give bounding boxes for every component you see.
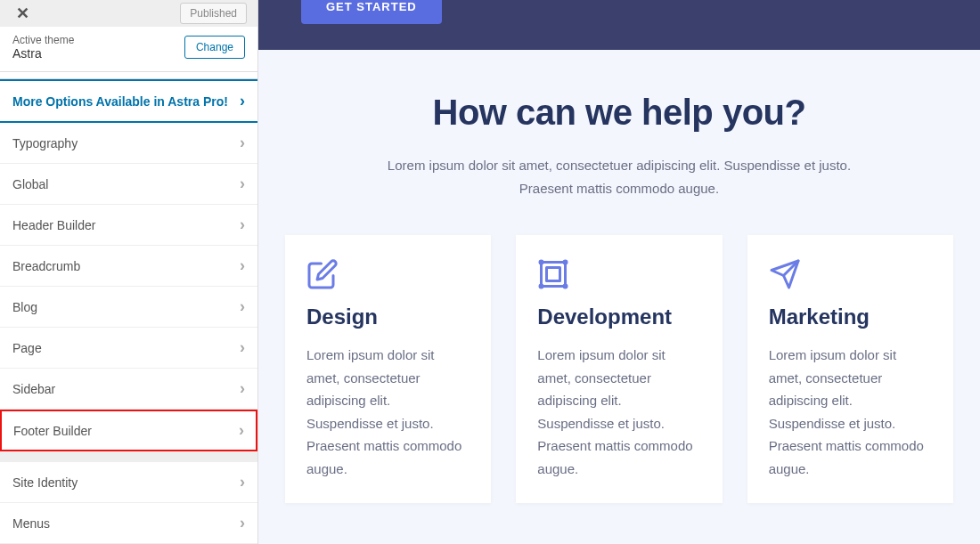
card-title: Marketing bbox=[769, 304, 932, 329]
card-development: Development Lorem ipsum dolor sit amet, … bbox=[516, 235, 722, 503]
active-theme-block: Active theme Astra Change bbox=[0, 27, 257, 72]
close-icon[interactable]: ✕ bbox=[11, 0, 35, 27]
spacer bbox=[0, 72, 257, 79]
card-desc: Lorem ipsum dolor sit amet, consectetuer… bbox=[769, 344, 932, 480]
help-section: How can we help you? Lorem ipsum dolor s… bbox=[258, 50, 980, 235]
customizer-sidebar: ✕ Published Active theme Astra Change Mo… bbox=[0, 0, 258, 544]
chevron-right-icon: › bbox=[239, 421, 244, 440]
pencil-icon bbox=[306, 258, 339, 290]
help-heading: How can we help you? bbox=[321, 93, 918, 133]
card-marketing: Marketing Lorem ipsum dolor sit amet, co… bbox=[747, 235, 953, 503]
svg-rect-0 bbox=[542, 263, 566, 287]
active-theme-name: Astra bbox=[12, 46, 74, 61]
paper-plane-icon bbox=[769, 258, 801, 290]
nav-item-global[interactable]: Global › bbox=[0, 164, 257, 205]
card-title: Development bbox=[537, 304, 700, 329]
nav-item-label: Site Identity bbox=[12, 475, 78, 490]
nav-item-label: Blog bbox=[12, 300, 37, 314]
active-theme-label: Active theme bbox=[12, 34, 74, 46]
more-options-label: More Options Available in Astra Pro! bbox=[12, 94, 228, 109]
nav-item-page[interactable]: Page › bbox=[0, 328, 257, 369]
card-design: Design Lorem ipsum dolor sit amet, conse… bbox=[285, 235, 491, 503]
chevron-right-icon: › bbox=[240, 215, 245, 234]
chevron-right-icon: › bbox=[240, 175, 245, 193]
card-desc: Lorem ipsum dolor sit amet, consectetuer… bbox=[537, 344, 700, 480]
preview-pane: GET STARTED How can we help you? Lorem i… bbox=[258, 0, 980, 544]
nav-item-menus[interactable]: Menus › bbox=[0, 503, 257, 544]
nav-item-label: Page bbox=[12, 341, 42, 355]
change-theme-button[interactable]: Change bbox=[184, 36, 245, 59]
help-subtext: Lorem ipsum dolor sit amet, consectetuer… bbox=[370, 154, 869, 199]
hero-band: GET STARTED bbox=[258, 0, 980, 50]
chevron-right-icon: › bbox=[240, 473, 245, 491]
nav-item-label: Sidebar bbox=[12, 382, 55, 396]
nav-item-label: Global bbox=[12, 177, 48, 191]
nav-item-label: Menus bbox=[12, 516, 50, 531]
nav-item-label: Typography bbox=[12, 136, 78, 150]
card-desc: Lorem ipsum dolor sit amet, consectetuer… bbox=[306, 344, 470, 480]
chevron-right-icon: › bbox=[240, 256, 245, 275]
chevron-right-icon: › bbox=[240, 297, 245, 316]
nav-item-footer-builder[interactable]: Footer Builder › bbox=[0, 410, 257, 451]
chevron-right-icon: › bbox=[240, 134, 245, 152]
svg-rect-1 bbox=[547, 268, 560, 281]
chevron-right-icon: › bbox=[240, 338, 245, 357]
nav-item-header-builder[interactable]: Header Builder › bbox=[0, 205, 257, 246]
card-title: Design bbox=[306, 304, 470, 329]
more-options-link[interactable]: More Options Available in Astra Pro! › bbox=[0, 79, 257, 123]
frame-icon bbox=[537, 258, 569, 290]
svg-point-4 bbox=[540, 285, 543, 288]
nav-item-label: Footer Builder bbox=[13, 424, 92, 438]
svg-point-2 bbox=[540, 261, 543, 264]
chevron-right-icon: › bbox=[240, 514, 245, 532]
nav-item-blog[interactable]: Blog › bbox=[0, 287, 257, 328]
svg-point-5 bbox=[564, 285, 567, 288]
nav-item-sidebar[interactable]: Sidebar › bbox=[0, 369, 257, 410]
nav-item-site-identity[interactable]: Site Identity › bbox=[0, 451, 257, 503]
feature-cards: Design Lorem ipsum dolor sit amet, conse… bbox=[258, 235, 980, 539]
get-started-button[interactable]: GET STARTED bbox=[301, 0, 442, 24]
published-button[interactable]: Published bbox=[180, 3, 247, 24]
nav-item-label: Header Builder bbox=[12, 218, 95, 232]
chevron-right-icon: › bbox=[240, 92, 245, 110]
nav-item-label: Breadcrumb bbox=[12, 259, 80, 273]
svg-point-3 bbox=[564, 261, 567, 264]
chevron-right-icon: › bbox=[240, 379, 245, 398]
top-bar: ✕ Published bbox=[0, 0, 257, 27]
nav-item-typography[interactable]: Typography › bbox=[0, 123, 257, 164]
nav-item-breadcrumb[interactable]: Breadcrumb › bbox=[0, 246, 257, 287]
